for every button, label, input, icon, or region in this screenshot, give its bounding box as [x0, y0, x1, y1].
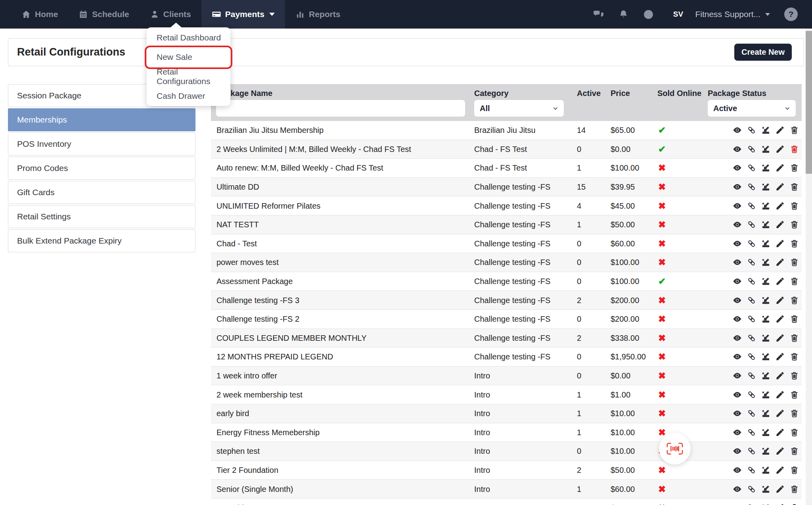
- delete-button[interactable]: [790, 239, 799, 248]
- edit-button[interactable]: [776, 409, 785, 418]
- nav-item-schedule[interactable]: Schedule: [68, 0, 139, 29]
- menu-item-cash-drawer[interactable]: Cash Drawer: [147, 86, 230, 106]
- edit-button[interactable]: [776, 352, 785, 361]
- link-button[interactable]: [747, 144, 756, 154]
- edit-button[interactable]: [776, 371, 785, 380]
- view-button[interactable]: [733, 144, 742, 154]
- view-button[interactable]: [733, 428, 742, 437]
- view-button[interactable]: [733, 503, 742, 505]
- view-button[interactable]: [733, 447, 742, 456]
- view-button[interactable]: [733, 333, 742, 342]
- delete-button[interactable]: [790, 409, 799, 418]
- view-button[interactable]: [733, 390, 742, 399]
- edit-button[interactable]: [776, 144, 785, 154]
- delete-button[interactable]: [790, 126, 799, 135]
- delete-button[interactable]: [790, 296, 799, 305]
- vertical-scrollbar-track[interactable]: [806, 29, 812, 505]
- link-button[interactable]: [747, 201, 756, 210]
- link-button[interactable]: [747, 390, 756, 399]
- edit-button[interactable]: [776, 503, 785, 505]
- import-button[interactable]: [761, 428, 770, 437]
- delete-button[interactable]: [790, 277, 799, 286]
- vertical-scrollbar-thumb[interactable]: [806, 31, 812, 174]
- edit-button[interactable]: [776, 465, 785, 474]
- import-button[interactable]: [761, 447, 770, 456]
- link-button[interactable]: [747, 163, 756, 173]
- menu-item-new-sale[interactable]: New Sale: [147, 47, 230, 67]
- view-button[interactable]: [733, 484, 742, 493]
- package-name-filter-input[interactable]: [216, 100, 465, 117]
- delete-button[interactable]: [790, 465, 799, 474]
- link-button[interactable]: [747, 296, 756, 305]
- delete-button[interactable]: [790, 258, 799, 267]
- import-button[interactable]: [761, 296, 770, 305]
- link-button[interactable]: [747, 126, 756, 135]
- menu-item-retail-dashboard[interactable]: Retail Dashboard: [147, 28, 230, 47]
- delete-button[interactable]: [790, 484, 799, 493]
- clock-icon[interactable]: [643, 9, 654, 20]
- import-button[interactable]: [761, 409, 770, 418]
- edit-button[interactable]: [776, 163, 785, 173]
- view-button[interactable]: [733, 277, 742, 286]
- delete-button[interactable]: [790, 447, 799, 456]
- delete-button[interactable]: [790, 144, 799, 154]
- edit-button[interactable]: [776, 447, 785, 456]
- edit-button[interactable]: [776, 258, 785, 267]
- view-button[interactable]: [733, 258, 742, 267]
- link-button[interactable]: [747, 447, 756, 456]
- delete-button[interactable]: [790, 352, 799, 361]
- edit-button[interactable]: [776, 428, 785, 437]
- delete-button[interactable]: [790, 182, 799, 192]
- bell-icon[interactable]: [618, 9, 629, 20]
- import-button[interactable]: [761, 484, 770, 493]
- barcode-scan-button[interactable]: [659, 433, 691, 465]
- import-button[interactable]: [761, 126, 770, 135]
- delete-button[interactable]: [790, 220, 799, 229]
- account-menu[interactable]: Fitness Support...: [695, 10, 770, 19]
- link-button[interactable]: [747, 239, 756, 248]
- link-button[interactable]: [747, 182, 756, 192]
- delete-button[interactable]: [790, 333, 799, 342]
- view-button[interactable]: [733, 126, 742, 135]
- import-button[interactable]: [761, 201, 770, 210]
- sidebar-item-memberships[interactable]: Memberships: [8, 108, 195, 131]
- delete-button[interactable]: [790, 371, 799, 380]
- import-button[interactable]: [761, 333, 770, 342]
- edit-button[interactable]: [776, 220, 785, 229]
- avatar[interactable]: SV: [668, 4, 688, 24]
- sidebar-item-pos-inventory[interactable]: POS Inventory: [8, 132, 195, 156]
- create-new-button[interactable]: Create New: [734, 44, 792, 61]
- menu-item-retail-configurations[interactable]: Retail Configurations: [147, 67, 230, 86]
- view-button[interactable]: [733, 465, 742, 474]
- view-button[interactable]: [733, 352, 742, 361]
- edit-button[interactable]: [776, 277, 785, 286]
- view-button[interactable]: [733, 296, 742, 305]
- link-button[interactable]: [747, 371, 756, 380]
- nav-item-home[interactable]: Home: [11, 0, 68, 29]
- edit-button[interactable]: [776, 484, 785, 493]
- edit-button[interactable]: [776, 239, 785, 248]
- view-button[interactable]: [733, 409, 742, 418]
- delete-button[interactable]: [790, 315, 799, 324]
- link-button[interactable]: [747, 428, 756, 437]
- link-button[interactable]: [747, 465, 756, 474]
- view-button[interactable]: [733, 182, 742, 192]
- import-button[interactable]: [761, 465, 770, 474]
- chat-icon[interactable]: [593, 9, 604, 20]
- import-button[interactable]: [761, 371, 770, 380]
- category-filter-select[interactable]: All: [474, 100, 564, 117]
- link-button[interactable]: [747, 258, 756, 267]
- view-button[interactable]: [733, 315, 742, 324]
- import-button[interactable]: [761, 352, 770, 361]
- view-button[interactable]: [733, 220, 742, 229]
- view-button[interactable]: [733, 371, 742, 380]
- sidebar-item-retail-settings[interactable]: Retail Settings: [8, 205, 195, 228]
- delete-button[interactable]: [790, 390, 799, 399]
- import-button[interactable]: [761, 182, 770, 192]
- link-button[interactable]: [747, 315, 756, 324]
- import-button[interactable]: [761, 390, 770, 399]
- link-button[interactable]: [747, 333, 756, 342]
- import-button[interactable]: [761, 503, 770, 505]
- sidebar-item-bulk-extend-package-expiry[interactable]: Bulk Extend Package Expiry: [8, 229, 195, 252]
- link-button[interactable]: [747, 503, 756, 505]
